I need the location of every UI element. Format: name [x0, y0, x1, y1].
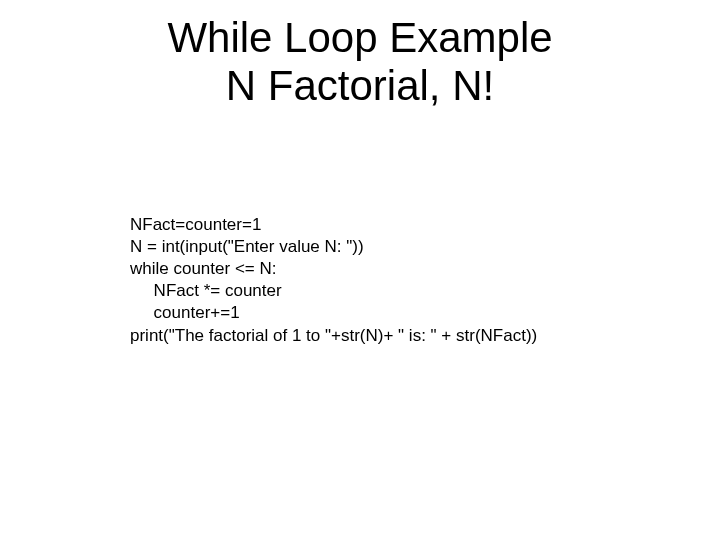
code-line-3: while counter <= N: [130, 259, 276, 278]
code-line-4: NFact *= counter [130, 281, 282, 300]
code-example: NFact=counter=1 N = int(input("Enter val… [130, 192, 537, 347]
slide-title: While Loop Example N Factorial, N! [0, 0, 720, 111]
code-line-2: N = int(input("Enter value N: ")) [130, 237, 364, 256]
code-line-6: print("The factorial of 1 to "+str(N)+ "… [130, 326, 537, 345]
code-line-1: NFact=counter=1 [130, 215, 261, 234]
code-line-5: counter+=1 [130, 303, 240, 322]
title-line-2: N Factorial, N! [0, 62, 720, 110]
title-line-1: While Loop Example [0, 14, 720, 62]
